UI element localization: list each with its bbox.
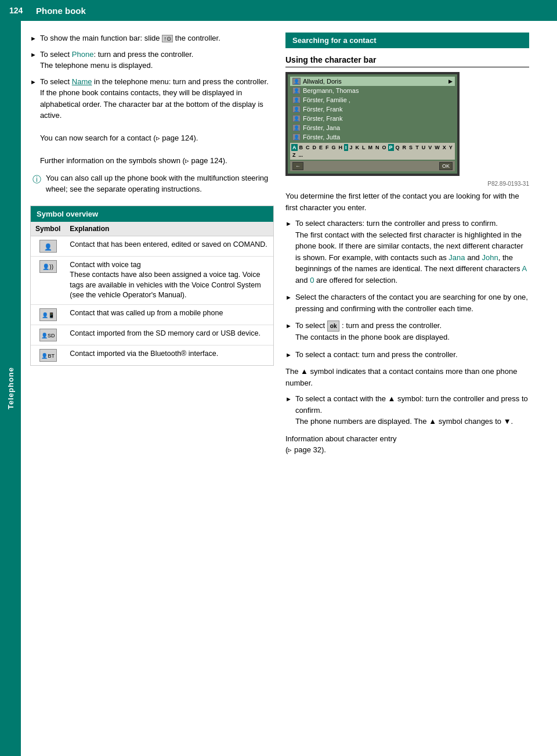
bullet-item: ► To select a contact with the ▲ symbol:… [285, 393, 529, 427]
intro-text: You determine the first letter of the co… [285, 190, 529, 213]
symbol-cell: 👤BT [31, 345, 65, 365]
contact-icon: 👤 [292, 106, 301, 113]
phone-caption: P82.89-0193-31 [285, 181, 529, 187]
contact-icon: 👤 [292, 96, 301, 103]
char-key[interactable]: F [324, 144, 330, 151]
char-key[interactable]: L [361, 144, 367, 151]
bullet-text: To select characters: turn the controlle… [295, 218, 529, 286]
table-row: 👤)) Contact with voice tag These contact… [31, 256, 273, 304]
layout-wrapper: Telephone ► To show the main function ba… [0, 21, 557, 756]
bullet-text: To select a contact with the ▲ symbol: t… [295, 393, 529, 427]
contact-icon: 👤 [292, 87, 301, 94]
contact-row: 👤 Allwald, Doris ▶ [290, 77, 455, 86]
ok-btn[interactable]: OK [439, 162, 453, 170]
phone-display: 👤 Allwald, Doris ▶ 👤 Bergmann, Thomas 👤 … [285, 72, 460, 176]
contact-row: 👤 Förster, Familie , [290, 95, 455, 105]
contact-mobile-icon: 👤📱 [39, 308, 57, 321]
symbol-note: The ▲ symbol indicates that a contact co… [285, 366, 529, 388]
bullet-arrow-icon: ► [285, 321, 292, 343]
ok-box: ok [327, 321, 340, 332]
back-btn[interactable]: ← [292, 162, 303, 170]
symbol-overview: Symbol overview Symbol Explanation 👤 [30, 206, 274, 366]
char-key[interactable]: X [442, 144, 447, 151]
page-number: 124 [9, 6, 27, 15]
contact-name: Förster, Jutta [303, 134, 340, 141]
char-key[interactable]: A [291, 144, 298, 151]
side-tab-label: Telephone [6, 367, 15, 409]
bullet-item: ► To select Phone: turn and press the co… [30, 49, 274, 71]
explanation-cell: Contact that was called up from a mobile… [65, 304, 273, 325]
char-key[interactable]: P [388, 144, 394, 151]
char-key[interactable]: C [305, 144, 311, 151]
contact-entered-icon: 👤 [39, 240, 57, 253]
bullet-text: Select the characters of the contact you… [295, 291, 529, 314]
char-key[interactable]: R [402, 144, 408, 151]
table-row: 👤📱 Contact that was called up from a mob… [31, 304, 273, 325]
char-key[interactable]: J [349, 144, 354, 151]
char-key[interactable]: Y [448, 144, 454, 151]
char-key[interactable]: O [381, 144, 388, 151]
explanation-cell: Contact imported from the SD memory card… [65, 325, 273, 345]
bullet-text: To select a contact: turn and press the … [295, 349, 529, 361]
contact-name: Förster, Jana [303, 124, 340, 131]
char-key[interactable]: ... [298, 152, 305, 159]
bullet-text: To select ok : turn and press the contro… [295, 320, 529, 343]
contact-name: Allwald, Doris [303, 78, 342, 85]
contact-icon: 👤 [292, 124, 301, 131]
char-key[interactable]: U [421, 144, 427, 151]
left-column: ► To show the main function bar: slide ↑… [30, 33, 274, 744]
symbol-overview-header: Symbol overview [31, 206, 273, 222]
bullet-item: ► To show the main function bar: slide ↑… [30, 33, 274, 44]
contact-icon: 👤 [292, 115, 301, 122]
char-key[interactable]: M [367, 144, 374, 151]
char-key[interactable]: B [298, 144, 305, 151]
char-key[interactable]: Z [291, 152, 297, 159]
contact-bt-icon: 👤BT [39, 349, 57, 362]
col-symbol-header: Symbol [31, 222, 65, 236]
table-row: 👤 Contact that has been entered, edited … [31, 236, 273, 256]
char-key[interactable]: H [338, 144, 344, 151]
char-key[interactable]: S [408, 144, 414, 151]
info-entry: Information about character entry(▹ page… [285, 433, 529, 456]
char-key[interactable]: K [355, 144, 361, 151]
char-key[interactable]: I [344, 144, 348, 151]
contact-sd-icon: 👤SD [39, 329, 57, 341]
info-text: You can also call up the phone book with… [46, 172, 272, 195]
contact-name: Förster, Frank [303, 106, 342, 113]
char-key[interactable]: N [374, 144, 381, 151]
bullet-arrow-icon: ► [285, 350, 292, 361]
contact-row: 👤 Bergmann, Thomas [290, 86, 455, 95]
char-key[interactable]: T [414, 144, 420, 151]
table-row: 👤BT Contact imported via the Bluetooth® … [31, 345, 273, 365]
explanation-cell: Contact with voice tag These contacts ha… [65, 256, 273, 304]
side-tab: Telephone [0, 21, 21, 756]
char-key[interactable]: G [331, 144, 337, 151]
main-content: ► To show the main function bar: slide ↑… [21, 21, 557, 756]
section-header-box: Searching for a contact [285, 33, 529, 48]
bullet-text: To show the main function bar: slide ↑⊙ … [40, 33, 274, 44]
bullet-arrow-icon: ► [30, 77, 37, 167]
phone-screen: 👤 Allwald, Doris ▶ 👤 Bergmann, Thomas 👤 … [288, 74, 457, 174]
contact-row: 👤 Förster, Frank [290, 114, 455, 123]
char-key[interactable]: W [433, 144, 441, 151]
sub-section-title: Using the character bar [285, 55, 529, 67]
bullet-item: ► To select Name in the telephone menu: … [30, 76, 274, 167]
symbol-cell: 👤)) [31, 256, 65, 304]
bullet-arrow-icon: ► [285, 293, 292, 314]
info-icon: ⓘ [32, 173, 41, 195]
page-header: 124 Phone book [0, 0, 557, 21]
char-key[interactable]: Q [395, 144, 401, 151]
bullet-arrow-icon: ► [30, 34, 37, 44]
symbol-table: Symbol Explanation 👤 Contact that has be… [31, 222, 273, 365]
char-key[interactable]: D [312, 144, 318, 151]
contact-row: 👤 Förster, Jana [290, 123, 455, 132]
arrow-icon: ▶ [449, 78, 453, 84]
explanation-cell: Contact imported via the Bluetooth® inte… [65, 345, 273, 365]
contact-name: Förster, Familie , [303, 96, 350, 103]
contact-icon: 👤 [292, 134, 301, 141]
char-key[interactable]: V [427, 144, 433, 151]
contact-name: Förster, Frank [303, 115, 342, 122]
bullet-item: ► To select a contact: turn and press th… [285, 349, 529, 361]
char-key[interactable]: E [318, 144, 324, 151]
contact-name: Bergmann, Thomas [303, 87, 359, 94]
